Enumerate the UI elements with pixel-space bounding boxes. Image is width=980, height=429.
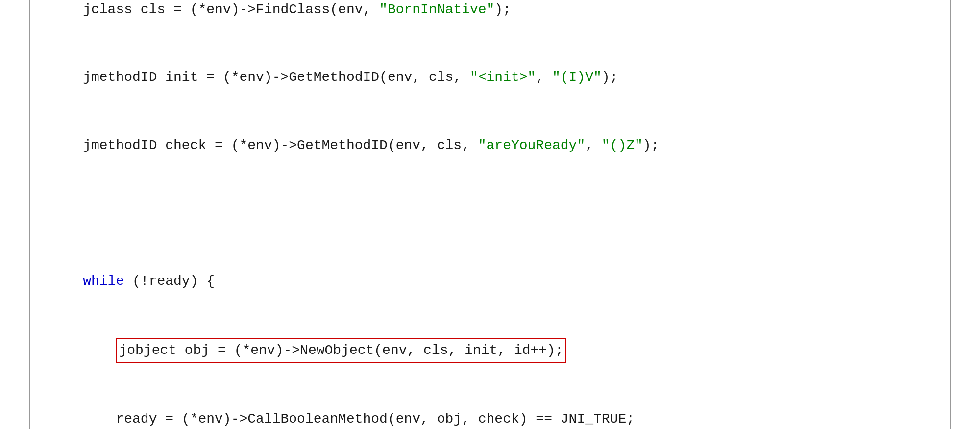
keyword-while: while <box>83 274 124 289</box>
line-6: jmethodID check = (*env)->GetMethodID(en… <box>50 134 930 157</box>
token <box>50 274 83 289</box>
token: jmethodID init = (*env)->GetMethodID(env… <box>50 70 470 85</box>
line-5: jmethodID init = (*env)->GetMethodID(env… <box>50 66 930 89</box>
line-10: ready = (*env)->CallBooleanMethod(env, o… <box>50 408 930 429</box>
line-8: while (!ready) { <box>50 270 930 293</box>
token: (!ready) { <box>124 274 215 289</box>
token: ); <box>494 2 511 17</box>
highlighted-code-line: jobject obj = (*env)->NewObject(env, cls… <box>116 338 566 363</box>
line-9: jobject obj = (*env)->NewObject(env, cls… <box>50 338 930 363</box>
token: ); <box>602 70 618 85</box>
code-block: JNIEXPORT void JNICALL Java_JavaToNative… <box>50 0 930 429</box>
token <box>50 205 58 221</box>
token: jobject obj = (*env)->NewObject(env, cls… <box>119 343 563 358</box>
string-areyouready: "areYouReady" <box>478 138 585 153</box>
token: , <box>536 70 552 85</box>
string-init: "<init>" <box>470 70 536 85</box>
token <box>50 343 116 358</box>
code-container: JNIEXPORT void JNICALL Java_JavaToNative… <box>29 0 951 429</box>
token: ); <box>643 138 660 153</box>
line-7 <box>50 202 930 225</box>
string-iv: "(I)V" <box>552 70 602 85</box>
token: ready = (*env)->CallBooleanMethod(env, o… <box>50 411 635 427</box>
token: , <box>585 138 602 153</box>
string-oz: "()Z" <box>602 138 643 153</box>
token: jclass cls = (*env)->FindClass(env, <box>50 2 379 17</box>
string-borninnative: "BornInNative" <box>379 2 494 17</box>
line-4: jclass cls = (*env)->FindClass(env, "Bor… <box>50 0 930 21</box>
token: jmethodID check = (*env)->GetMethodID(en… <box>50 138 478 153</box>
